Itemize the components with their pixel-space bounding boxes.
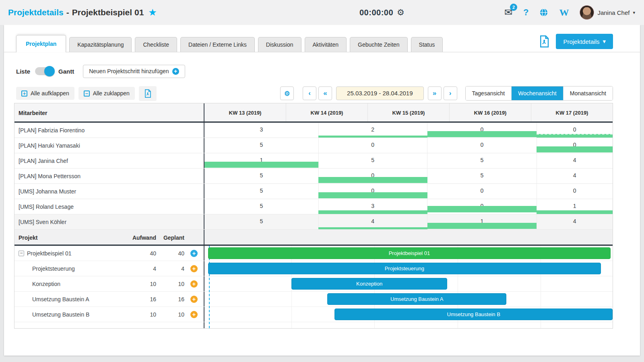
timer-settings-icon[interactable]: ⚙ [397, 8, 405, 17]
project-row: Konzeption 10 10 + Konzeption [14, 276, 613, 292]
capacity-value: 5 [204, 216, 318, 227]
title-separator: - [66, 8, 69, 17]
project-gantt-section: − Projektbeispiel 01 40 40 + Projektbeis… [14, 246, 613, 328]
next-page-button[interactable]: » [428, 86, 442, 100]
project-column-header: Projekt [14, 230, 126, 245]
capacity-utilization-bar [427, 223, 537, 229]
chevron-down-icon: ▾ [603, 38, 606, 45]
employee-name: [PLAN] Janina Chef [14, 153, 204, 168]
capacity-row: [UMS] Sven Köhler 5 4 1 4 [14, 214, 613, 230]
capacity-cells: 5 0 0 0 [204, 184, 613, 199]
messages-icon[interactable]: ✉2 [504, 8, 512, 17]
pdf-export-icon[interactable] [539, 35, 549, 47]
task-name[interactable]: Projektsteuerung [32, 265, 75, 272]
effort-value: 4 [126, 265, 156, 272]
chevron-left-icon: ‹ [308, 89, 311, 97]
add-subtask-button[interactable]: + [190, 311, 198, 318]
gantt-bar[interactable]: Umsetzung Baustein B [334, 309, 613, 320]
prev-page-button[interactable]: « [318, 86, 332, 100]
chevrons-left-icon: « [323, 89, 327, 97]
gantt-settings-button[interactable]: ⚙ [280, 86, 294, 100]
timer-value: 00:00:00 [359, 8, 393, 17]
planned-value: 16 [156, 296, 184, 302]
gear-icon: ⚙ [284, 90, 290, 97]
favorite-star-icon[interactable]: ★ [148, 8, 157, 17]
toggle-knob[interactable] [44, 66, 55, 76]
capacity-value: 4 [537, 216, 613, 227]
planned-value: 40 [156, 250, 184, 257]
capacity-value: 0 [427, 185, 537, 196]
tab-kapazitaetsplanung[interactable]: Kapazitätsplanung [69, 37, 132, 52]
tab-gebuchte-zeiten[interactable]: Gebuchte Zeiten [350, 37, 408, 52]
gantt-bar[interactable]: Konzeption [291, 278, 447, 290]
next-step-button[interactable]: › [444, 86, 457, 100]
collapse-all-button[interactable]: −Alle zuklappen [78, 87, 135, 100]
tab-dateien-externe-links[interactable]: Dateien / Externe Links [180, 37, 255, 52]
week-header: KW 17 (2019) [531, 103, 613, 121]
task-name[interactable]: Konzeption [32, 281, 60, 287]
view-toggle-row: Liste Gantt Neuen Projektschritt hinzufü… [4, 64, 640, 78]
capacity-value: 0 [537, 185, 613, 196]
capacity-row: [UMS] Johanna Muster 5 0 0 0 [14, 184, 613, 199]
employee-name: [PLAN] Mona Pettersson [14, 169, 204, 183]
tab-checkliste[interactable]: Checkliste [135, 37, 177, 52]
date-range-field[interactable]: 25.03.2019 - 28.04.2019 [336, 86, 423, 100]
globe-icon[interactable] [539, 8, 548, 17]
empty-gantt-row [14, 322, 613, 328]
capacity-value: 5 [204, 185, 318, 196]
employee-name: [PLAN] Haruki Yamasaki [14, 138, 204, 153]
effort-value: 10 [126, 281, 156, 287]
toggle-label-liste: Liste [16, 68, 30, 75]
task-name[interactable]: Umsetzung Baustein A [32, 296, 89, 302]
project-row-info: Projektsteuerung 4 4 + [14, 261, 204, 276]
user-menu[interactable]: Janina Chef ▾ [580, 5, 635, 20]
add-subtask-button[interactable]: + [190, 250, 198, 257]
avatar[interactable] [580, 5, 594, 20]
task-name[interactable]: Umsetzung Baustein B [32, 311, 89, 318]
add-subtask-button[interactable]: + [190, 265, 198, 272]
capacity-cells: 5 0 5 4 [204, 169, 613, 183]
gantt-bar[interactable]: Projektsteuerung [208, 263, 601, 274]
capacity-gantt-table: Mitarbeiter KW 13 (2019) KW 14 (2019) KW… [14, 103, 613, 329]
employee-name: [PLAN] Fabrizia Fiorentino [14, 123, 204, 138]
employee-name: [UMS] Sven Köhler [14, 214, 204, 229]
capacity-row: [PLAN] Mona Pettersson 5 0 5 4 [14, 169, 613, 184]
capacity-utilization-bar [204, 162, 318, 168]
add-subtask-button[interactable]: + [190, 280, 198, 288]
project-name[interactable]: Projektbeispiel 01 [27, 250, 72, 257]
tab-aktivitaeten[interactable]: Aktivitäten [305, 37, 347, 52]
tab-diskussion[interactable]: Diskussion [258, 37, 301, 52]
view-monatsansicht[interactable]: Monatsansicht [563, 86, 613, 100]
chevron-right-icon: › [449, 89, 452, 97]
view-tagesansicht[interactable]: Tagesansicht [466, 86, 512, 100]
project-columns: Projekt Aufwand Geplant [14, 230, 204, 245]
planned-value: 10 [156, 311, 184, 318]
capacity-value: 5 [427, 170, 537, 181]
collapse-toggle-icon[interactable]: − [19, 251, 24, 256]
project-details-button[interactable]: Projektdetails▾ [556, 34, 613, 49]
gantt-bar[interactable]: Umsetzung Baustein A [327, 293, 506, 305]
effort-value: 10 [126, 311, 156, 318]
breadcrumb-projektdetails[interactable]: Projektdetails [8, 8, 64, 17]
capacity-value: 5 [204, 170, 318, 181]
tab-status[interactable]: Status [411, 37, 443, 52]
list-gantt-toggle[interactable] [35, 67, 54, 75]
help-icon[interactable]: ? [523, 7, 528, 18]
expand-icon: + [21, 90, 27, 97]
week-header: KW 16 (2019) [449, 103, 531, 121]
capacity-cells: 5 3 0 1 [204, 199, 613, 214]
expand-all-button[interactable]: +Alle aufklappen [16, 87, 74, 100]
wiki-icon[interactable]: W [559, 7, 569, 18]
tab-projektplan[interactable]: Projektplan [16, 35, 66, 52]
capacity-value: 3 [318, 200, 427, 212]
view-wochenansicht[interactable]: Wochenansicht [511, 86, 563, 100]
capacity-value: 5 [318, 154, 427, 166]
plus-icon: + [172, 68, 179, 75]
gantt-lane: Umsetzung Baustein B [204, 307, 613, 322]
pdf-export-button[interactable] [139, 86, 157, 101]
zoom-view-switch: Tagesansicht Wochenansicht Monatsansicht [465, 86, 613, 101]
prev-step-button[interactable]: ‹ [303, 86, 316, 100]
gantt-bar[interactable]: Projektbeispiel 01 [208, 247, 611, 259]
add-project-step-button[interactable]: Neuen Projektschritt hinzufügen+ [83, 65, 185, 78]
add-subtask-button[interactable]: + [190, 296, 198, 303]
